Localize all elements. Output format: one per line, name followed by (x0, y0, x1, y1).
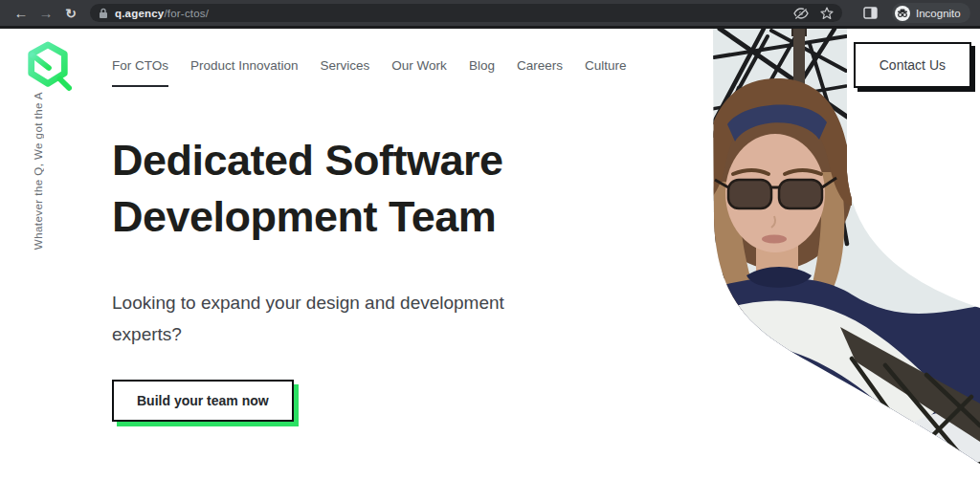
nav-item-culture[interactable]: Culture (585, 58, 627, 87)
page-title-line1: Dedicated Software (112, 132, 610, 188)
page-title-line2: Development Team (112, 188, 610, 245)
nav-item-our-work[interactable]: Our Work (391, 58, 447, 87)
nav-item-for-ctos[interactable]: For CTOs (112, 58, 168, 87)
browser-window: ← → ↻ q.agency/for-ctos/ (0, 0, 980, 502)
build-your-team-button[interactable]: Build your team now (112, 380, 294, 422)
page-content: For CTOs Product Innovation Services Our… (0, 29, 980, 499)
main-nav: For CTOs Product Innovation Services Our… (112, 58, 626, 87)
url-domain: q.agency (115, 8, 164, 19)
back-icon[interactable]: ← (10, 3, 33, 24)
forward-icon[interactable]: → (34, 3, 57, 24)
nav-item-careers[interactable]: Careers (517, 58, 563, 87)
bookmark-star-icon[interactable] (820, 7, 834, 20)
incognito-icon (895, 6, 910, 21)
eye-off-icon[interactable] (793, 8, 809, 19)
page-title: Dedicated SoftwareDevelopment Team (112, 132, 610, 245)
incognito-label: Incognito (916, 8, 961, 19)
url-path: /for-ctos/ (164, 8, 209, 19)
incognito-badge: Incognito (892, 3, 970, 23)
nav-item-blog[interactable]: Blog (469, 58, 495, 87)
site-header: For CTOs Product Innovation Services Our… (0, 29, 980, 124)
nav-item-services[interactable]: Services (321, 58, 370, 87)
contact-us-button[interactable]: Contact Us (854, 42, 971, 88)
hero-subtitle: Looking to expand your design and develo… (112, 287, 573, 350)
q-agency-logo[interactable] (24, 38, 72, 94)
reload-icon[interactable]: ↻ (59, 3, 82, 24)
side-panel-icon[interactable] (863, 7, 878, 19)
url-text: q.agency/for-ctos/ (115, 8, 209, 19)
hero-section: Dedicated SoftwareDevelopment Team Looki… (112, 132, 610, 422)
address-bar[interactable]: q.agency/for-ctos/ (90, 4, 842, 22)
nav-item-product-innovation[interactable]: Product Innovation (190, 58, 299, 87)
lock-icon[interactable] (99, 8, 108, 19)
browser-toolbar: ← → ↻ q.agency/for-ctos/ (0, 0, 980, 29)
